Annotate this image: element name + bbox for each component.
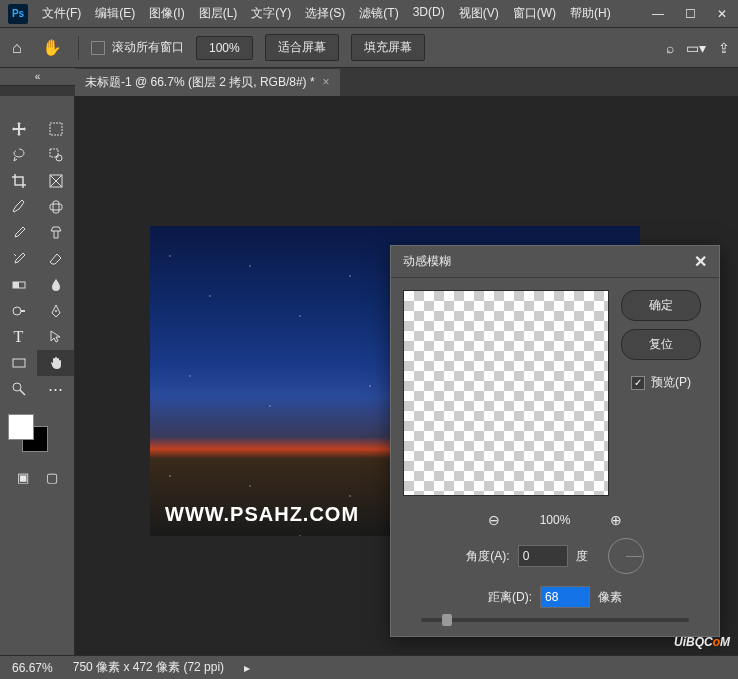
ok-button[interactable]: 确定: [621, 290, 701, 321]
menu-3d[interactable]: 3D(D): [407, 1, 451, 26]
status-chevron-icon[interactable]: ▸: [244, 661, 250, 675]
minimize-button[interactable]: —: [642, 0, 674, 28]
text-tool[interactable]: T: [0, 324, 37, 350]
document-tabs: 未标题-1 @ 66.7% (图层 2 拷贝, RGB/8#) * ×: [0, 68, 738, 96]
dodge-tool[interactable]: [0, 298, 37, 324]
hand-tool-icon[interactable]: ✋: [38, 34, 66, 61]
svg-rect-0: [50, 123, 62, 135]
svg-point-8: [13, 307, 21, 315]
options-bar: ⌂ ✋ 滚动所有窗口 100% 适合屏幕 填充屏幕 ⌕ ▭▾ ⇪: [0, 28, 738, 68]
zoom-out-icon[interactable]: ⊖: [488, 512, 500, 528]
menu-window[interactable]: 窗口(W): [507, 1, 562, 26]
scroll-all-windows-option[interactable]: 滚动所有窗口: [91, 39, 184, 56]
angle-unit: 度: [576, 548, 588, 565]
distance-input[interactable]: [540, 586, 590, 608]
zoom-tool[interactable]: [0, 376, 37, 402]
dialog-title-text: 动感模糊: [403, 253, 694, 270]
close-window-button[interactable]: ✕: [706, 0, 738, 28]
zoom-in-icon[interactable]: ⊕: [610, 512, 622, 528]
blur-tool[interactable]: [37, 272, 74, 298]
menu-help[interactable]: 帮助(H): [564, 1, 617, 26]
svg-rect-10: [13, 359, 25, 367]
color-swatches: [8, 414, 66, 454]
angle-label: 角度(A):: [466, 548, 509, 565]
dialog-preview[interactable]: [403, 290, 609, 496]
dialog-close-icon[interactable]: ✕: [694, 252, 707, 271]
quick-select-tool[interactable]: [37, 142, 74, 168]
clone-tool[interactable]: [37, 220, 74, 246]
distance-slider[interactable]: [421, 618, 689, 622]
spot-heal-tool[interactable]: [37, 194, 74, 220]
move-tool[interactable]: [0, 116, 37, 142]
checkbox-checked-icon[interactable]: ✓: [631, 376, 645, 390]
svg-rect-7: [13, 282, 19, 288]
share-icon[interactable]: ⇪: [718, 40, 730, 56]
dialog-zoom-value: 100%: [540, 513, 571, 527]
search-icon[interactable]: ⌕: [666, 40, 674, 56]
options-right-icons: ⌕ ▭▾ ⇪: [666, 40, 730, 56]
path-select-tool[interactable]: [37, 324, 74, 350]
hand-tool[interactable]: [37, 350, 74, 376]
tab-label: 未标题-1 @ 66.7% (图层 2 拷贝, RGB/8#) *: [85, 74, 315, 91]
status-zoom[interactable]: 66.67%: [12, 661, 53, 675]
fill-screen-button[interactable]: 填充屏幕: [351, 34, 425, 61]
brand-watermark: UiBQCoM: [674, 628, 730, 651]
svg-point-2: [56, 155, 62, 161]
distance-unit: 像素: [598, 589, 622, 606]
maximize-button[interactable]: ☐: [674, 0, 706, 28]
window-controls: — ☐ ✕: [642, 0, 738, 28]
menu-image[interactable]: 图像(I): [143, 1, 190, 26]
shape-tool[interactable]: [0, 350, 37, 376]
foreground-color-swatch[interactable]: [8, 414, 34, 440]
angle-dial[interactable]: [608, 538, 644, 574]
pen-tool[interactable]: [37, 298, 74, 324]
quick-mask-icon[interactable]: ▣: [17, 470, 29, 485]
svg-point-9: [55, 310, 57, 312]
slider-thumb[interactable]: [442, 614, 452, 626]
fit-screen-button[interactable]: 适合屏幕: [265, 34, 339, 61]
brush-tool[interactable]: [0, 220, 37, 246]
edit-toolbar-button[interactable]: ⋯: [37, 376, 74, 402]
tab-close-icon[interactable]: ×: [323, 75, 330, 89]
statusbar: 66.67% 750 像素 x 472 像素 (72 ppi) ▸: [0, 655, 738, 679]
motion-blur-dialog: 动感模糊 ✕ 确定 复位 ✓ 预览(P) ⊖ 100% ⊕ 角度(A): 度 距…: [390, 245, 720, 637]
dialog-titlebar[interactable]: 动感模糊 ✕: [391, 246, 719, 278]
home-icon[interactable]: ⌂: [8, 35, 26, 61]
titlebar: Ps 文件(F) 编辑(E) 图像(I) 图层(L) 文字(Y) 选择(S) 滤…: [0, 0, 738, 28]
menu-type[interactable]: 文字(Y): [245, 1, 297, 26]
menu-file[interactable]: 文件(F): [36, 1, 87, 26]
menu-filter[interactable]: 滤镜(T): [353, 1, 404, 26]
svg-rect-5: [50, 204, 62, 210]
workspace-icon[interactable]: ▭▾: [686, 40, 706, 56]
gradient-tool[interactable]: [0, 272, 37, 298]
lasso-tool[interactable]: [0, 142, 37, 168]
checkbox-icon[interactable]: [91, 41, 105, 55]
menu-select[interactable]: 选择(S): [299, 1, 351, 26]
slice-tool[interactable]: [37, 168, 74, 194]
angle-input[interactable]: [518, 545, 568, 567]
ps-logo: Ps: [8, 4, 28, 24]
menu-view[interactable]: 视图(V): [453, 1, 505, 26]
marquee-tool[interactable]: [37, 116, 74, 142]
preview-checkbox[interactable]: ✓ 预览(P): [631, 374, 691, 391]
reset-button[interactable]: 复位: [621, 329, 701, 360]
crop-tool[interactable]: [0, 168, 37, 194]
distance-label: 距离(D):: [488, 589, 532, 606]
history-brush-tool[interactable]: [0, 246, 37, 272]
status-doc-info[interactable]: 750 像素 x 472 像素 (72 ppi): [73, 659, 224, 676]
menubar: 文件(F) 编辑(E) 图像(I) 图层(L) 文字(Y) 选择(S) 滤镜(T…: [36, 1, 642, 26]
eraser-tool[interactable]: [37, 246, 74, 272]
svg-point-11: [13, 383, 21, 391]
preview-label: 预览(P): [651, 374, 691, 391]
expand-panels-button[interactable]: «: [0, 68, 75, 86]
toolbar: T ⋯ ▣ ▢: [0, 96, 75, 655]
eyedropper-tool[interactable]: [0, 194, 37, 220]
scroll-all-label: 滚动所有窗口: [112, 40, 184, 54]
menu-edit[interactable]: 编辑(E): [89, 1, 141, 26]
zoom-value-button[interactable]: 100%: [196, 36, 253, 60]
menu-layer[interactable]: 图层(L): [193, 1, 244, 26]
screen-mode-icon[interactable]: ▢: [46, 470, 58, 485]
svg-rect-4: [53, 201, 59, 213]
divider: [78, 36, 79, 60]
tab-active-document[interactable]: 未标题-1 @ 66.7% (图层 2 拷贝, RGB/8#) * ×: [75, 69, 340, 96]
